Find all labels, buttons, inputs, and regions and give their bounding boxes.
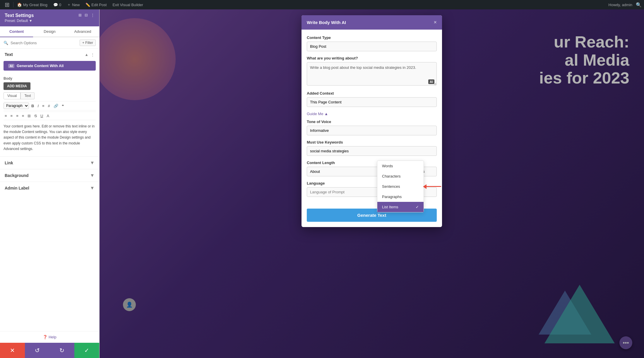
italic-button[interactable]: I: [36, 103, 40, 109]
content-length-group: Content Length About Words Characters Se…: [307, 161, 437, 176]
content-length-dropdown: Words Characters Sentences Paragraphs Li…: [377, 161, 424, 212]
added-context-select[interactable]: This Page Content: [307, 97, 437, 107]
editor-toolbar-2: ≡ ≡ ≡ ≡ ⊞ S U A: [4, 112, 96, 120]
align-justify[interactable]: ≡: [21, 113, 25, 119]
body-label: Body: [4, 76, 96, 81]
dropdown-item-paragraphs[interactable]: Paragraphs: [377, 192, 424, 202]
undo-button[interactable]: ↺: [25, 343, 50, 358]
modal-close-button[interactable]: ×: [434, 19, 437, 25]
wordpress-admin-bar: ⊞ 🏠 My Great Blog 💬 0 ＋ New ✏️ Edit Post…: [0, 0, 644, 9]
settings-sidebar: Text Settings Preset: Default ▼ ⊞ ⊟ ⋮ Co…: [0, 9, 100, 358]
added-context-group: Added Context This Page Content: [307, 91, 437, 107]
comments-link[interactable]: 💬 0: [51, 0, 64, 9]
writing-about-textarea[interactable]: Write a blog post about the top social m…: [307, 62, 437, 86]
text-section-more[interactable]: ⋮: [91, 52, 95, 57]
ai-write-modal: Write Body With AI × Content Type Blog P…: [302, 15, 442, 227]
admin-label-chevron: ▼: [90, 185, 95, 191]
text-section-title: Text: [5, 52, 13, 57]
writing-about-group: What are you writing about? Write a blog…: [307, 56, 437, 86]
search-icon: 🔍: [4, 41, 8, 45]
modal-title: Write Body With AI: [307, 20, 346, 25]
dropdown-item-characters[interactable]: Characters: [377, 171, 424, 181]
modal-overlay: Write Body With AI × Content Type Blog P…: [100, 9, 644, 358]
link-section[interactable]: Link ▼: [0, 156, 99, 169]
filter-button[interactable]: + Filter: [80, 40, 96, 46]
font-color[interactable]: A: [45, 113, 50, 119]
table-button[interactable]: ⊞: [26, 113, 32, 119]
tab-design[interactable]: Design: [33, 26, 66, 37]
modal-header: Write Body With AI ×: [302, 15, 442, 30]
preset-selector[interactable]: Preset: Default ▼: [5, 19, 34, 23]
ul-button[interactable]: ≡: [41, 103, 46, 109]
arrow-indicator: [423, 184, 441, 189]
sidebar-icon-columns[interactable]: ⊟: [85, 13, 88, 17]
keywords-group: Must Use Keywords: [307, 140, 437, 156]
new-link[interactable]: ＋ New: [65, 0, 82, 9]
align-center[interactable]: ≡: [9, 113, 14, 119]
user-greeting: Howdy, admin: [606, 3, 635, 7]
textarea-ai-icon: AI: [428, 79, 434, 84]
editor-toolbar: Paragraph B I ≡ # 🔗 ❝: [4, 101, 96, 110]
text-section-chevron-up[interactable]: ▲: [85, 52, 88, 57]
search-row: 🔍 + Filter: [0, 37, 99, 49]
body-section: Body ADD MEDIA Visual Text Paragraph B I…: [0, 74, 99, 156]
keywords-label: Must Use Keywords: [307, 140, 437, 144]
help-link[interactable]: ❓ Help: [0, 331, 99, 343]
writing-about-label: What are you writing about?: [307, 56, 437, 60]
link-chevron: ▼: [90, 160, 95, 166]
content-type-select[interactable]: Blog Post: [307, 42, 437, 51]
ol-button[interactable]: #: [47, 103, 51, 109]
text-section-header[interactable]: Text ▲ ⋮: [0, 49, 99, 59]
save-button[interactable]: ✓: [74, 343, 99, 358]
sidebar-title: Text Settings: [5, 13, 34, 18]
background-section-label: Background: [5, 173, 29, 178]
sidebar-icon-grid[interactable]: ⊞: [78, 13, 82, 17]
tone-of-voice-select[interactable]: Informative: [307, 126, 437, 135]
editor-tab-text[interactable]: Text: [20, 92, 35, 99]
redo-button[interactable]: ↻: [50, 343, 75, 358]
tone-of-voice-label: Tone of Voice: [307, 120, 437, 124]
content-type-group: Content Type Blog Post: [307, 35, 437, 51]
delete-button[interactable]: ✕: [0, 343, 25, 358]
dropdown-item-words[interactable]: Words: [377, 161, 424, 171]
editor-tabs: Visual Text: [4, 92, 96, 99]
search-icon[interactable]: 🔍: [636, 2, 642, 8]
tab-content[interactable]: Content: [0, 26, 33, 37]
background-section[interactable]: Background ▼: [0, 169, 99, 182]
guide-me-link[interactable]: Guide Me ▲: [307, 112, 437, 116]
page-preview: ur Reach: al Media ies for 2023 👤 ••• Wr…: [100, 9, 644, 358]
search-input[interactable]: [11, 41, 77, 45]
ai-badge: AI: [8, 64, 14, 68]
keywords-input[interactable]: [307, 146, 437, 156]
tab-advanced[interactable]: Advanced: [66, 26, 99, 37]
exit-builder-link[interactable]: Exit Visual Builder: [110, 0, 145, 9]
strikethrough[interactable]: S: [33, 113, 38, 119]
content-editable[interactable]: Your content goes here. Edit or remove t…: [4, 121, 96, 154]
wp-logo[interactable]: ⊞: [2, 0, 12, 9]
generate-content-button[interactable]: AI Generate Content With All: [4, 61, 96, 71]
add-media-button[interactable]: ADD MEDIA: [4, 82, 30, 90]
sidebar-tabs: Content Design Advanced: [0, 26, 99, 37]
added-context-label: Added Context: [307, 91, 437, 96]
link-section-label: Link: [5, 161, 13, 165]
dropdown-item-sentences[interactable]: Sentences: [377, 181, 424, 192]
sidebar-icon-more[interactable]: ⋮: [91, 13, 95, 17]
align-right[interactable]: ≡: [15, 113, 20, 119]
bold-button[interactable]: B: [30, 103, 35, 109]
dropdown-item-list-items[interactable]: List Items ✓: [377, 202, 424, 212]
underline[interactable]: U: [39, 113, 44, 119]
blog-name-link[interactable]: 🏠 My Great Blog: [15, 0, 50, 9]
sidebar-header: Text Settings Preset: Default ▼ ⊞ ⊟ ⋮: [0, 9, 99, 26]
paragraph-select[interactable]: Paragraph: [4, 103, 29, 109]
background-chevron: ▼: [90, 173, 95, 178]
admin-label-section-label: Admin Label: [5, 186, 29, 190]
edit-post-link[interactable]: ✏️ Edit Post: [83, 0, 109, 9]
editor-tab-visual[interactable]: Visual: [4, 92, 20, 99]
action-bar: ✕ ↺ ↻ ✓: [0, 343, 99, 358]
quote-button[interactable]: ❝: [61, 103, 65, 109]
content-type-label: Content Type: [307, 35, 437, 40]
align-left[interactable]: ≡: [4, 113, 8, 119]
link-button[interactable]: 🔗: [52, 103, 59, 109]
admin-label-section[interactable]: Admin Label ▼: [0, 182, 99, 194]
modal-body: Content Type Blog Post What are you writ…: [302, 30, 442, 207]
